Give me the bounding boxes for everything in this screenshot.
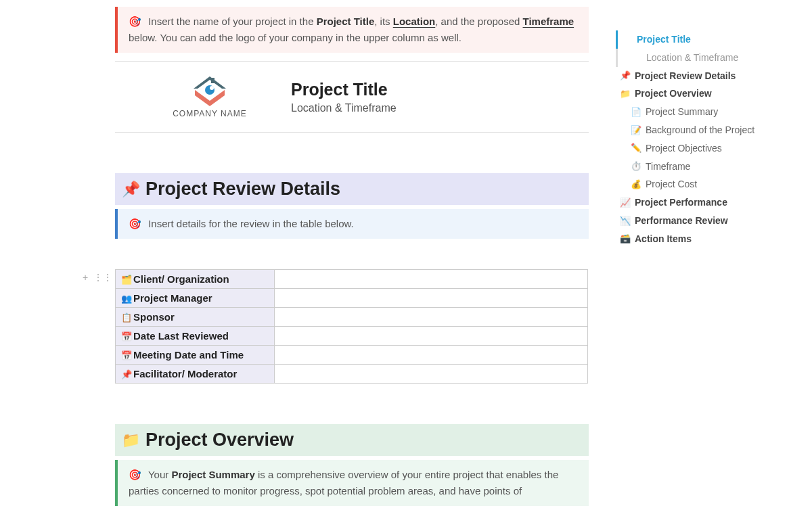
table-label-cell: 📅Date Last Reviewed <box>116 327 275 346</box>
section-title: Project Review Details <box>145 179 340 200</box>
table-label-cell: 👥Project Manager <box>116 289 275 308</box>
table-value-cell[interactable] <box>275 270 588 289</box>
row-icon: 📅 <box>121 350 132 361</box>
outline-item-label: Project Cost <box>646 179 697 190</box>
pin-icon: 📌 <box>122 181 140 198</box>
add-row-icon[interactable]: + <box>83 272 88 283</box>
table-label-cell: 📅Meeting Date and Time <box>116 346 275 365</box>
outline-item-icon: 📉 <box>620 216 632 227</box>
callout-overview-instructions: 🎯 Your Project Summary is a comprehensiv… <box>115 460 589 506</box>
svg-rect-1 <box>211 78 215 83</box>
outline-item-label: Location & Timeframe <box>646 52 738 64</box>
outline-item-label: Performance Review <box>635 215 728 227</box>
table-row: 📅Meeting Date and Time <box>116 346 588 365</box>
outline-item-icon: 🗃️ <box>620 233 632 244</box>
outline-item-label: Project Title <box>637 34 691 45</box>
outline-item[interactable]: ⏱️Timeframe <box>616 158 792 176</box>
outline-item-label: Project Performance <box>635 197 727 208</box>
table-row: 📋Sponsor <box>116 308 588 327</box>
row-icon: 🗂️ <box>121 275 132 285</box>
document-main: 🎯 Insert the name of your project in the… <box>0 0 609 514</box>
project-subtitle[interactable]: Location & Timeframe <box>291 102 397 114</box>
row-label: Date Last Reviewed <box>133 330 229 342</box>
section-header-overview: 📁 Project Overview <box>115 424 589 456</box>
company-name: COMPANY NAME <box>156 109 264 118</box>
row-label: Sponsor <box>133 311 175 323</box>
outline-item[interactable]: 🗃️Action Items <box>616 230 792 248</box>
row-label: Client/ Organization <box>133 273 229 285</box>
outline-item[interactable]: 📉Performance Review <box>616 212 792 230</box>
target-icon: 🎯 <box>129 16 141 27</box>
house-logo-icon <box>189 75 230 106</box>
row-label: Meeting Date and Time <box>133 349 244 361</box>
folder-icon: 📁 <box>122 432 140 449</box>
section-title: Project Overview <box>145 430 294 451</box>
outline-item-icon: 📝 <box>631 125 643 136</box>
table-value-cell[interactable] <box>275 289 588 308</box>
table-label-cell: 📋Sponsor <box>116 308 275 327</box>
callout-text: Your Project Summary is a comprehensive … <box>129 469 558 497</box>
title-block: Project Title Location & Timeframe <box>291 80 397 114</box>
project-title[interactable]: Project Title <box>291 80 397 99</box>
outline-item-label: Project Review Details <box>635 70 736 82</box>
outline-item[interactable]: 📁Project Overview <box>616 85 792 103</box>
outline-item-icon: 📌 <box>620 70 632 81</box>
callout-review-instructions: 🎯 Insert details for the review in the t… <box>115 209 589 239</box>
company-logo-block: COMPANY NAME <box>156 75 264 118</box>
table-wrapper: + ⋮⋮ 🗂️Client/ Organization👥Project Mana… <box>115 269 589 384</box>
details-table: 🗂️Client/ Organization👥Project Manager📋S… <box>115 269 588 384</box>
project-header: COMPANY NAME Project Title Location & Ti… <box>115 62 589 132</box>
outline-item-icon: ⏱️ <box>631 161 643 172</box>
row-icon: 📌 <box>121 369 132 379</box>
divider <box>115 132 589 133</box>
svg-point-3 <box>210 86 214 90</box>
section-header-review: 📌 Project Review Details <box>115 173 589 205</box>
target-icon: 🎯 <box>129 218 141 229</box>
outline-item[interactable]: ✏️Project Objectives <box>616 139 792 158</box>
outline-item[interactable]: Project Title <box>616 30 792 49</box>
outline-item-icon: 📁 <box>620 89 632 99</box>
outline-item[interactable]: Location & Timeframe <box>616 49 792 67</box>
table-value-cell[interactable] <box>275 365 588 384</box>
table-row: 🗂️Client/ Organization <box>116 270 588 289</box>
callout-text: Insert the name of your project in the P… <box>129 16 574 43</box>
outline-item[interactable]: 📝Background of the Project <box>616 121 792 139</box>
outline-sidebar: Project TitleLocation & Timeframe📌Projec… <box>616 30 792 248</box>
outline-item[interactable]: 💰Project Cost <box>616 175 792 193</box>
row-icon: 👥 <box>121 294 132 304</box>
table-row: 📅Date Last Reviewed <box>116 327 588 346</box>
table-label-cell: 📌Facilitator/ Moderator <box>116 365 275 384</box>
table-value-cell[interactable] <box>275 346 588 365</box>
outline-item-label: Timeframe <box>646 161 690 172</box>
outline-item-label: Action Items <box>635 233 692 245</box>
drag-handle-icon[interactable]: ⋮⋮ <box>93 272 112 283</box>
row-label: Project Manager <box>133 292 212 304</box>
table-label-cell: 🗂️Client/ Organization <box>116 270 275 289</box>
row-label: Facilitator/ Moderator <box>133 368 237 379</box>
callout-text: Insert details for the review in the tab… <box>148 218 354 229</box>
row-icon: 📋 <box>121 313 132 323</box>
outline-item-icon: ✏️ <box>631 143 643 154</box>
outline-item-icon: 📈 <box>620 198 632 208</box>
callout-instructions-title: 🎯 Insert the name of your project in the… <box>115 7 589 53</box>
table-row: 📌Facilitator/ Moderator <box>116 365 588 384</box>
outline-item[interactable]: 📌Project Review Details <box>616 67 792 85</box>
outline-item-label: Project Overview <box>635 88 712 99</box>
table-value-cell[interactable] <box>275 308 588 327</box>
outline-item-label: Project Objectives <box>646 143 722 154</box>
outline-item-icon: 💰 <box>631 179 643 190</box>
outline-item[interactable]: 📈Project Performance <box>616 193 792 212</box>
outline-item-label: Background of the Project <box>646 124 754 136</box>
target-icon: 🎯 <box>129 469 141 480</box>
table-row: 👥Project Manager <box>116 289 588 308</box>
outline-item-label: Project Summary <box>646 106 718 118</box>
outline-item-icon: 📄 <box>631 107 643 118</box>
row-icon: 📅 <box>121 331 132 342</box>
outline-item[interactable]: 📄Project Summary <box>616 103 792 121</box>
table-value-cell[interactable] <box>275 327 588 346</box>
row-handles[interactable]: + ⋮⋮ <box>83 272 112 283</box>
